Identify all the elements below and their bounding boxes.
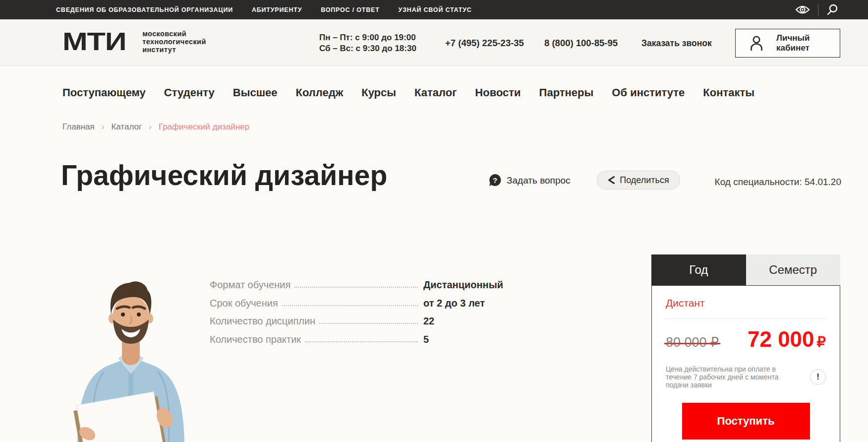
nav-item-contacts[interactable]: Контакты bbox=[703, 86, 754, 99]
dotted-leader bbox=[294, 287, 418, 288]
info-value: Дистанционный bbox=[423, 279, 503, 290]
nav-item-student[interactable]: Студенту bbox=[164, 86, 215, 99]
breadcrumb-home[interactable]: Главная bbox=[62, 122, 95, 132]
info-value: 22 bbox=[423, 316, 434, 326]
price-note: Цена действительна при оплате в течение … bbox=[666, 365, 791, 389]
eye-icon[interactable] bbox=[795, 5, 810, 14]
topbar-link-org-info[interactable]: СВЕДЕНИЯ ОБ ОБРАЗОВАТЕЛЬНОЙ ОРГАНИЗАЦИИ bbox=[56, 6, 233, 13]
topbar-link-status[interactable]: УЗНАЙ СВОЙ СТАТУС bbox=[399, 6, 472, 13]
price-row: 80 000 ₽ 72 000₽ bbox=[666, 327, 826, 354]
pricing-card-body: Дистант 80 000 ₽ 72 000₽ Цена действител… bbox=[651, 285, 840, 442]
info-label: Количество практик bbox=[210, 334, 301, 345]
info-value: от 2 до 3 лет bbox=[423, 298, 485, 309]
logo[interactable]: МТИ московский технологический институт bbox=[62, 29, 206, 54]
dotted-leader bbox=[305, 341, 418, 342]
phone-free[interactable]: 8 (800) 100-85-95 bbox=[544, 38, 618, 49]
chevron-right-icon: › bbox=[149, 122, 152, 132]
svg-text:?: ? bbox=[493, 176, 497, 185]
account-label: Личный кабинет bbox=[776, 33, 810, 53]
topbar-links: СВЕДЕНИЯ ОБ ОБРАЗОВАТЕЛЬНОЙ ОРГАНИЗАЦИИ … bbox=[56, 6, 472, 13]
info-row-practices: Количество практик 5 bbox=[210, 334, 513, 345]
new-price-value: 72 000 bbox=[748, 327, 814, 351]
person-icon bbox=[750, 35, 763, 51]
question-bubble-icon: ? bbox=[488, 174, 502, 187]
format-label: Дистант bbox=[666, 297, 826, 310]
logo-line-2: технологический bbox=[142, 38, 206, 46]
student-photo bbox=[62, 269, 199, 442]
pricing-card: Год Семестр Дистант 80 000 ₽ 72 000₽ Цен… bbox=[651, 254, 840, 442]
info-label: Количество дисциплин bbox=[210, 316, 315, 326]
old-price: 80 000 ₽ bbox=[666, 334, 719, 350]
course-info-list: Формат обучения Дистанционный Срок обуче… bbox=[210, 279, 513, 352]
info-value: 5 bbox=[423, 334, 429, 345]
dotted-leader bbox=[282, 305, 418, 306]
nav-item-courses[interactable]: Курсы bbox=[361, 86, 396, 99]
page: СВЕДЕНИЯ ОБ ОБРАЗОВАТЕЛЬНОЙ ОРГАНИЗАЦИИ … bbox=[0, 0, 868, 442]
apply-button[interactable]: Поступить bbox=[682, 403, 810, 440]
topbar: СВЕДЕНИЯ ОБ ОБРАЗОВАТЕЛЬНОЙ ОРГАНИЗАЦИИ … bbox=[0, 0, 868, 19]
info-row-format: Формат обучения Дистанционный bbox=[210, 279, 513, 290]
account-button[interactable]: Личный кабинет bbox=[735, 29, 840, 58]
breadcrumb-catalog[interactable]: Каталог bbox=[111, 122, 142, 132]
nav-item-about[interactable]: Об институте bbox=[612, 86, 685, 99]
new-price: 72 000₽ bbox=[748, 327, 826, 354]
ask-question-button[interactable]: ? Задать вопрос bbox=[488, 174, 571, 187]
nav-item-higher[interactable]: Высшее bbox=[233, 86, 278, 99]
price-note-row: Цена действительна при оплате в течение … bbox=[666, 365, 826, 389]
share-button[interactable]: Поделиться bbox=[597, 171, 680, 189]
breadcrumb: Главная › Каталог › Графический дизайнер bbox=[62, 122, 249, 132]
tab-semester[interactable]: Семестр bbox=[746, 254, 841, 285]
ask-question-label: Задать вопрос bbox=[507, 175, 571, 186]
ruble-sign: ₽ bbox=[817, 334, 826, 350]
pricing-tabs: Год Семестр bbox=[651, 254, 840, 285]
hours-weekdays: Пн – Пт: с 9:00 до 19:00 bbox=[319, 32, 416, 43]
card-divider bbox=[666, 318, 826, 319]
logo-text: московский технологический институт bbox=[142, 30, 206, 54]
callback-link[interactable]: Заказать звонок bbox=[641, 38, 712, 49]
working-hours: Пн – Пт: с 9:00 до 19:00 Сб – Вс: с 9:30… bbox=[319, 32, 416, 54]
info-row-disciplines: Количество дисциплин 22 bbox=[210, 316, 513, 326]
breadcrumb-current: Графический дизайнер bbox=[159, 122, 249, 132]
info-row-duration: Срок обучения от 2 до 3 лет bbox=[210, 298, 513, 309]
dotted-leader bbox=[319, 323, 418, 324]
nav-item-applicant[interactable]: Поступающему bbox=[62, 86, 146, 99]
logo-abbr: МТИ bbox=[62, 29, 126, 54]
chevron-right-icon: › bbox=[102, 122, 105, 132]
tab-year[interactable]: Год bbox=[651, 254, 746, 285]
nav-item-partners[interactable]: Партнеры bbox=[539, 86, 594, 99]
logo-line-3: институт bbox=[142, 46, 206, 54]
share-label: Поделиться bbox=[620, 175, 669, 186]
nav-item-college[interactable]: Колледж bbox=[295, 86, 343, 99]
phone-moscow[interactable]: +7 (495) 225-23-35 bbox=[445, 38, 524, 49]
topbar-link-qa[interactable]: ВОПРОС / ОТВЕТ bbox=[321, 6, 379, 13]
hours-weekend: Сб – Вс: с 9:30 до 18:30 bbox=[319, 43, 416, 54]
exclamation-icon: ! bbox=[810, 369, 826, 385]
topbar-divider bbox=[818, 4, 818, 16]
topbar-icons bbox=[795, 4, 838, 16]
spec-code: Код специальности: 54.01.20 bbox=[715, 177, 841, 188]
search-icon[interactable] bbox=[826, 4, 838, 16]
info-label: Формат обучения bbox=[210, 279, 290, 290]
logo-line-1: московский bbox=[142, 30, 206, 38]
topbar-link-applicant[interactable]: АБИТУРИЕНТУ bbox=[252, 6, 302, 13]
main-nav: Поступающему Студенту Высшее Колледж Кур… bbox=[62, 86, 754, 99]
share-icon bbox=[608, 176, 615, 185]
info-label: Срок обучения bbox=[210, 298, 278, 309]
nav-item-news[interactable]: Новости bbox=[475, 86, 521, 99]
page-title: Графический дизайнер bbox=[61, 160, 387, 190]
header: МТИ московский технологический институт … bbox=[0, 19, 868, 66]
nav-item-catalog[interactable]: Каталог bbox=[414, 86, 457, 99]
